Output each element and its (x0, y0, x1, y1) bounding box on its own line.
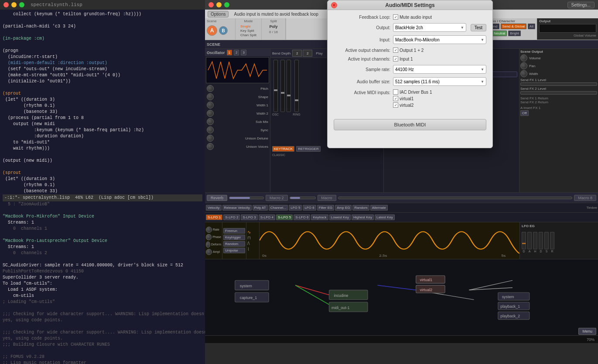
mode-single[interactable]: Single (240, 24, 256, 28)
bend-down[interactable]: 2 (292, 50, 302, 57)
keytrigger-button[interactable]: Keytrigger (223, 235, 245, 240)
scene-b-button[interactable]: B (219, 26, 228, 35)
surge-maximize-button[interactable] (224, 2, 229, 7)
reverb-macro[interactable]: Reverb (207, 195, 227, 201)
slfo5-tab[interactable]: S-LFO 5 (276, 214, 293, 220)
fader-track-1[interactable] (273, 60, 278, 112)
macro-8-button[interactable]: Macro 8 (574, 195, 596, 201)
iac-driver-check[interactable] (393, 89, 398, 95)
mute-audio-checkbox[interactable]: ✓ Mute audio input (393, 14, 432, 20)
keytrack-button[interactable]: KEYTRACK (272, 146, 294, 152)
keytrack-tab[interactable]: Keytrack (311, 214, 328, 220)
input-select[interactable]: MacBook Pro-Mikrofon ▼ (393, 35, 486, 44)
send-fx1-slider[interactable] (520, 82, 597, 86)
surge-close-button[interactable] (208, 2, 214, 7)
iac-driver-checkbox[interactable]: IAC Driver Bus 1 (393, 89, 486, 95)
random-lfo-button[interactable]: Random (223, 241, 245, 247)
sample-rate-select[interactable]: 44100 Hz ▼ (393, 65, 486, 74)
virtual1-check[interactable]: ✓ (393, 96, 398, 101)
osc-tab-3[interactable]: 3 (241, 50, 246, 55)
mode-key-split[interactable]: Key Split (240, 29, 256, 33)
terminal-maximize-button[interactable] (19, 2, 24, 7)
eg-r-slider[interactable] (550, 232, 554, 249)
lowest-key-tab[interactable]: Lowest Key (329, 214, 351, 220)
shape-knob[interactable] (207, 93, 214, 100)
amp-eg-tab[interactable]: Amp EG (335, 205, 352, 211)
virtual1-checkbox[interactable]: ✓ virtual1 (393, 96, 486, 101)
output-channel-checkbox[interactable]: ✓ Output 1 + 2 (393, 48, 424, 53)
filter-eg-tab[interactable]: Filter EG (317, 205, 335, 211)
slfo1-tab[interactable]: S-LFO 1 (206, 214, 222, 220)
bend-up[interactable]: 2 (303, 50, 312, 57)
char-neutral-button[interactable]: Neutral (492, 31, 507, 36)
fader-track-3[interactable] (287, 60, 291, 112)
options-button[interactable]: Options (208, 11, 229, 17)
channel-at-tab[interactable]: Channel... (269, 205, 288, 211)
fx-off2-button[interactable]: Off (520, 110, 529, 116)
freerun-button[interactable]: Freerun (223, 228, 245, 234)
bluetooth-midi-button[interactable]: Bluetooth MIDI (334, 119, 486, 130)
macro-2-button[interactable]: Macro 2 (266, 195, 288, 201)
char-bright-button[interactable]: Bright (508, 31, 521, 36)
pitch-knob[interactable] (207, 85, 214, 92)
osc-tab-2[interactable]: 2 (234, 50, 239, 55)
mode-chan-split[interactable]: Chan Split (240, 33, 256, 37)
eg-s-slider[interactable] (544, 232, 549, 249)
slfo6-tab[interactable]: S-LFO 6 (294, 214, 310, 220)
input-channel-check[interactable]: ✓ (393, 56, 398, 61)
send-fx2-slider[interactable] (520, 91, 597, 95)
sync-knob[interactable] (207, 126, 214, 133)
fader-track-ring[interactable] (294, 60, 299, 112)
latest-key-tab[interactable]: Latest Key (375, 214, 395, 220)
pan-knob[interactable] (520, 62, 527, 69)
eg-d2-slider[interactable] (539, 232, 543, 249)
virtual2-checkbox[interactable]: ✓ virtual2 (393, 102, 486, 108)
width1-knob[interactable] (207, 102, 214, 109)
unison-voices-knob[interactable] (207, 143, 214, 150)
velocity-tab[interactable]: Velocity (206, 205, 222, 211)
slfo3-tab[interactable]: S-LFO 3 (241, 214, 257, 220)
slfo2-tab[interactable]: S-LFO 2 (223, 214, 240, 220)
lfo5-tab[interactable]: LFO 5 (289, 205, 302, 211)
unipolar-button[interactable]: Unipolar (223, 248, 245, 253)
terminal-minimize-button[interactable] (11, 2, 17, 7)
alternate-tab[interactable]: Alternate (370, 205, 388, 211)
eg-a-slider[interactable] (527, 232, 532, 249)
slfo4-tab[interactable]: S-LFO 4 (259, 214, 275, 220)
test-button[interactable]: Test (471, 24, 486, 31)
poly-at-tab[interactable]: Poly AT (253, 205, 268, 211)
sub-mix-knob[interactable] (207, 118, 214, 125)
rate-knob[interactable] (206, 227, 212, 233)
fx-send-global-button[interactable]: Send & Global (501, 24, 527, 29)
eg-h-slider[interactable] (533, 232, 537, 249)
phase-knob[interactable] (206, 234, 212, 240)
input-channel-checkbox[interactable]: ✓ Input 1 (393, 56, 413, 61)
unison-detune-knob[interactable] (207, 135, 214, 142)
surge-settings-button[interactable]: Settings... (567, 2, 595, 8)
volume-knob[interactable] (520, 54, 527, 61)
surge-minimize-button[interactable] (216, 2, 222, 7)
release-velocity-tab[interactable]: Release Velocity (222, 205, 252, 211)
macro2-slider[interactable] (290, 197, 316, 199)
terminal-close-button[interactable] (3, 2, 9, 7)
deform-knob[interactable] (206, 242, 210, 248)
highest-key-tab[interactable]: Highest Key (352, 214, 374, 220)
menu-button[interactable]: Menu (578, 328, 596, 335)
eg-d-slider[interactable] (522, 232, 526, 249)
macro-3-button[interactable]: Macro (318, 195, 336, 201)
audio-buffer-select[interactable]: 512 samples (11.6 ms) ▼ (393, 77, 486, 86)
modal-close-button[interactable]: ✕ (331, 2, 337, 8)
random-tab[interactable]: Random (352, 205, 369, 211)
macro3-slider[interactable] (338, 197, 573, 199)
output-channel-check[interactable]: ✓ (393, 48, 398, 53)
retrigger-button[interactable]: RETRIGGER (296, 146, 321, 152)
fader-track-2[interactable] (280, 60, 285, 112)
fx-all-button[interactable]: All (528, 24, 535, 29)
width-knob[interactable] (520, 70, 527, 77)
virtual2-check[interactable]: ✓ (393, 102, 398, 108)
reverb-slider[interactable] (229, 197, 264, 199)
scene-a-button[interactable]: A (207, 25, 217, 36)
mute-audio-check[interactable]: ✓ (393, 14, 398, 20)
width2-knob[interactable] (207, 110, 214, 117)
osc-tab-1[interactable]: 1 (227, 50, 232, 55)
